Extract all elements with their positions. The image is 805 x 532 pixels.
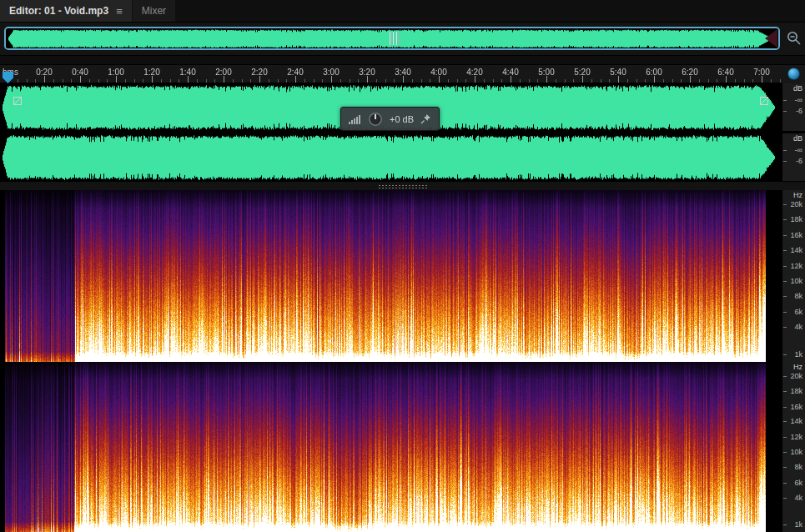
channel-right-row: dB-∞-6 <box>0 133 805 181</box>
hz-scale-tickmark <box>783 354 787 355</box>
db-scale-header: dB <box>793 85 802 93</box>
spectrogram-right[interactable] <box>0 362 782 532</box>
level-meter-icon <box>349 113 361 125</box>
hz-scale-header: Hz <box>793 192 802 199</box>
navigator-waveform-canvas[interactable] <box>6 28 778 48</box>
hz-scale-label-14k: 14k <box>790 247 802 254</box>
panel-tab-bar: Editor: 01 - Void.mp3 ≡ Mixer <box>0 0 805 23</box>
hz-scale-tickmark <box>783 281 787 282</box>
hz-scale-left[interactable]: Hz20k18k16k14k12k10k8k6k4k1k <box>782 190 805 362</box>
hz-scale-tickmark <box>783 483 787 484</box>
pin-icon[interactable] <box>420 113 431 124</box>
gain-keyframe-start[interactable] <box>13 97 22 105</box>
hz-scale-label-20k: 20k <box>790 201 802 208</box>
tab-editor-label: Editor: 01 - Void.mp3 <box>9 5 108 17</box>
hz-scale-tickmark <box>783 235 787 236</box>
hz-scale-header: Hz <box>793 364 802 371</box>
spectrogram-left[interactable] <box>0 190 782 362</box>
waveform-channel-right[interactable] <box>0 133 782 181</box>
hz-scale-label-16k: 16k <box>790 404 802 411</box>
hz-scale-tickmark <box>783 437 787 438</box>
hz-scale-label-6k: 6k <box>794 309 802 316</box>
panel-menu-icon[interactable]: ≡ <box>116 5 123 18</box>
hz-scale-label-6k: 6k <box>794 479 802 487</box>
hz-scale-label-1k: 1k <box>794 351 802 359</box>
tab-editor[interactable]: Editor: 01 - Void.mp3 ≡ <box>0 0 132 22</box>
navigator-selection-range[interactable] <box>4 27 780 50</box>
gain-knob[interactable] <box>368 112 383 127</box>
db-scale-tickmark <box>783 161 787 162</box>
hz-scale-label-4k: 4k <box>794 324 802 331</box>
hz-scale-label-14k: 14k <box>790 418 802 425</box>
hz-scale-label-8k: 8k <box>794 464 802 471</box>
spectrogram-right-row: Hz20k18k16k14k12k10k8k6k4k1k <box>0 362 805 532</box>
db-scale-header: dB <box>793 135 802 143</box>
gain-keyframe-end[interactable] <box>760 97 768 105</box>
gain-hud[interactable]: +0 dB <box>340 107 440 131</box>
hz-scale-right[interactable]: Hz20k18k16k14k12k10k8k6k4k1k <box>782 362 805 532</box>
hz-scale-label-1k: 1k <box>794 521 802 529</box>
waveform-area: dB-∞-6 dB-∞-6 <box>0 83 805 181</box>
panel-divider <box>0 181 805 190</box>
hz-scale-tickmark <box>783 204 787 205</box>
hz-scale-label-10k: 10k <box>790 278 802 285</box>
hz-scale-label-18k: 18k <box>790 216 802 223</box>
horizontal-scroll-strip[interactable] <box>0 55 805 65</box>
audio-editor-window: Editor: 01 - Void.mp3 ≡ Mixer dB-∞-6 <box>0 0 805 532</box>
db-scale-tickmark <box>783 100 787 101</box>
db-scale-label--∞: -∞ <box>795 97 802 104</box>
hz-scale-label-12k: 12k <box>790 263 802 270</box>
hz-scale-tickmark <box>783 391 787 392</box>
db-scale-tickmark <box>783 111 787 112</box>
hz-scale-tickmark <box>783 219 787 220</box>
zoom-navigator-icon[interactable] <box>786 30 802 47</box>
spectrogram-left-row: Hz20k18k16k14k12k10k8k6k4k1k <box>0 190 805 362</box>
db-scale-label--6: -6 <box>796 108 802 115</box>
hz-scale-tickmark <box>783 407 787 408</box>
hz-scale-tickmark <box>783 524 787 525</box>
hz-scale-label-8k: 8k <box>794 293 802 300</box>
panel-resize-grip[interactable] <box>378 184 428 189</box>
hz-scale-tickmark <box>783 312 787 313</box>
hz-scale-label-18k: 18k <box>790 388 802 395</box>
timeline-ruler[interactable] <box>0 65 782 83</box>
hz-scale-tickmark <box>783 250 787 251</box>
hz-scale-tickmark <box>783 376 787 377</box>
timeline-row <box>0 65 805 83</box>
vertical-scroll-knob[interactable] <box>787 68 800 80</box>
tab-mixer[interactable]: Mixer <box>133 0 175 22</box>
tab-mixer-label: Mixer <box>142 5 166 17</box>
hz-scale-tickmark <box>783 452 787 453</box>
hz-scale-label-16k: 16k <box>790 232 802 239</box>
db-scale-left[interactable]: dB-∞-6 <box>782 83 805 131</box>
hz-scale-label-20k: 20k <box>790 373 802 380</box>
db-scale-label--6: -6 <box>796 158 802 165</box>
gain-value: +0 dB <box>390 114 414 124</box>
hz-scale-tickmark <box>783 266 787 267</box>
overview-navigator-row <box>0 23 805 55</box>
db-scale-tickmark <box>783 150 787 151</box>
hz-scale-tickmark <box>783 327 787 328</box>
db-scale-label--∞: -∞ <box>795 147 802 154</box>
hz-scale-tickmark <box>783 296 787 297</box>
hz-scale-label-10k: 10k <box>790 449 802 456</box>
db-scale-right[interactable]: dB-∞-6 <box>782 133 805 181</box>
hz-scale-tickmark <box>783 467 787 468</box>
hz-scale-tickmark <box>783 498 787 499</box>
hz-scale-label-4k: 4k <box>794 494 802 502</box>
hz-scale-tickmark <box>783 421 787 422</box>
hz-scale-label-12k: 12k <box>790 434 802 441</box>
